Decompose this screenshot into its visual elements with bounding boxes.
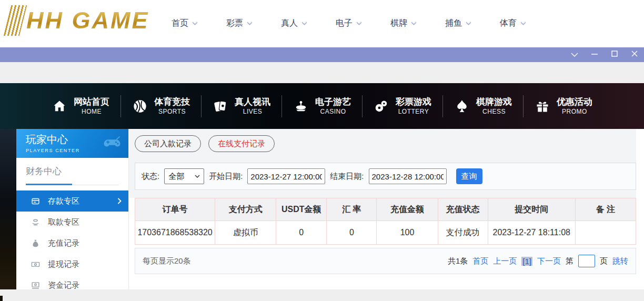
background-image-strip [0,129,16,289]
tab-company-deposit-records[interactable]: 公司入款记录 [135,135,201,152]
window-dropdown-button[interactable] [570,51,579,59]
table-header-cell: 支付方式 [215,198,276,221]
main-nav-sports[interactable]: 体育竞技 SPORTS [121,96,201,115]
top-nav-sports[interactable]: 体育 [500,18,526,29]
top-nav-fishing[interactable]: 捕鱼 [445,18,471,29]
close-icon [631,50,638,59]
pagination-controls: 共1条 首页 上一页 [1] 下一页 第 页 跳转 [448,255,628,267]
lottery-balls-icon [374,98,389,114]
status-select[interactable]: 全部 [164,168,204,184]
main-nav-lottery[interactable]: 彩票游戏 LOTTERY [363,96,442,115]
prev-page-link[interactable]: 上一页 [493,256,517,266]
top-nav-lottery[interactable]: 彩票 [226,18,253,29]
table-header-cell: 汇 率 [327,198,377,221]
basketball-icon [132,98,148,114]
table-cell-status: 支付成功 [438,221,488,245]
top-nav-label: 首页 [172,18,188,29]
jump-suffix-label: 页 [600,256,608,266]
top-nav-slots[interactable]: 电子 [336,18,362,29]
chevron-right-icon [117,198,122,204]
main-nav-chess[interactable]: 棋牌游戏 CHESS [443,96,523,115]
page-jump-input[interactable] [578,255,595,267]
main-nav-promo[interactable]: 优惠活动 PROMO [524,96,603,115]
sidebar-item-recharge-records[interactable]: 充值记录 [16,233,128,254]
sidebar-item-label: 存款专区 [48,196,79,206]
main-nav-zh: 体育竞技 [154,96,190,107]
top-nav-label: 棋牌 [390,18,407,29]
start-date-label: 开始日期: [209,172,243,182]
status-label: 状态: [142,172,159,182]
chevron-down-icon [192,22,198,25]
total-count-text: 共1条 [448,256,468,266]
window-minimize-button[interactable] [590,51,599,59]
top-navigation: 首页 彩票 真人 电子 棋牌 捕鱼 [172,0,526,46]
main-nav-label: 电子游艺 CASINO [315,96,351,115]
main-nav-en: CASINO [315,108,351,116]
main-nav-label: 彩票游戏 LOTTERY [396,96,431,115]
main-nav-en: CHESS [476,108,512,116]
jump-prefix-label: 第 [566,256,573,266]
next-page-link[interactable]: 下一页 [537,256,561,266]
site-header: HH GAME 首页 彩票 真人 电子 棋牌 [0,0,644,46]
main-nav-lives[interactable]: 真人视讯 LIVES [202,96,281,115]
sidebar-item-fund-records[interactable]: 资金记录 [16,275,128,296]
main-nav-zh: 网站首页 [74,96,109,107]
maximize-icon [611,50,618,59]
status-select-value: 全部 [168,172,184,182]
window-titlebar[interactable] [0,47,644,62]
main-nav-label: 体育竞技 SPORTS [154,96,190,115]
sidebar-section-title: 财务中心 [26,165,119,177]
table-row: 1703671868538320 虚拟币 0 0 100 支付成功 2023-1… [135,221,636,245]
table-cell-usdt-amount: 0 [276,221,327,245]
main-nav-label: 网站首页 HOME [74,96,109,115]
spade-icon [454,98,470,114]
start-date-input[interactable] [247,168,325,184]
first-page-link[interactable]: 首页 [472,256,488,266]
top-nav-live[interactable]: 真人 [281,18,307,29]
main-navigation: 网站首页 HOME 体育竞技 SPORTS 真人视讯 LIVES 电子游艺 [0,83,644,129]
main-nav-zh: 彩票游戏 [396,96,431,107]
table-cell-submit-time: 2023-12-27 18:11:08 [488,221,575,245]
logo-text: HH GAME [26,7,149,34]
brand-logo[interactable]: HH GAME [7,5,149,36]
top-nav-label: 捕鱼 [445,18,462,29]
app-window: HH GAME 首页 彩票 真人 电子 棋牌 [0,0,644,301]
chevron-down-icon [356,22,362,25]
tab-online-payment-records[interactable]: 在线支付记录 [208,135,275,152]
table-cell-order-no: 1703671868538320 [135,221,215,245]
main-nav-casino[interactable]: 电子游艺 CASINO [282,96,362,115]
main-nav-zh: 电子游艺 [315,96,351,107]
main-nav-home[interactable]: 网站首页 HOME [41,96,120,115]
table-header-cell: 充值金额 [377,198,438,221]
sidebar-item-deposit[interactable]: 存款专区 [16,190,128,212]
jump-link[interactable]: 跳转 [612,256,628,266]
top-nav-home[interactable]: 首页 [172,18,198,29]
end-date-input[interactable] [369,168,447,184]
main-nav-en: LOTTERY [396,108,431,116]
sidebar-item-withdrawal-records[interactable]: 提现记录 [16,254,128,275]
table-cell-amount: 100 [377,221,438,245]
chevron-down-icon [466,22,471,25]
chevron-down-icon [301,22,307,25]
sidebar-item-label: 取款专区 [48,217,79,227]
table-header-cell: 备 注 [575,198,636,221]
background-corner [0,296,3,301]
top-nav-chess[interactable]: 棋牌 [390,18,417,29]
table-cell-remark [575,221,636,245]
main-nav-zh: 棋牌游戏 [476,96,512,107]
sidebar-header: 玩家中心 PLAYERS CENTER [16,129,128,158]
search-button[interactable]: 查询 [456,168,482,184]
window-maximize-button[interactable] [610,51,619,59]
money-bag-icon [31,239,40,248]
table-cell-rate: 0 [327,221,377,245]
chevron-down-icon [520,22,526,25]
sidebar-item-withdraw[interactable]: 取款专区 [16,212,128,233]
table-header-cell: 充值状态 [438,198,488,221]
current-page-indicator[interactable]: [1] [521,257,532,266]
window-close-button[interactable] [630,51,639,59]
table-header-cell: USDT金额 [276,198,327,221]
page-size-text: 每页显示20条 [143,256,191,266]
main-content: 公司入款记录 在线支付记录 状态: 全部 开始日期: 结束日期: 查询 订单号 [129,129,636,289]
main-nav-label: 真人视讯 LIVES [235,96,270,115]
top-nav-label: 彩票 [226,18,243,29]
